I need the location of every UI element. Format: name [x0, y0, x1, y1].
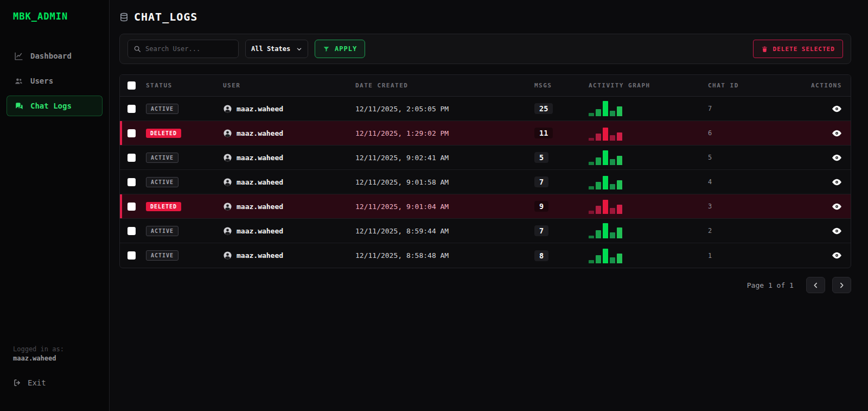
page-indicator: Page 1 of 1 [747, 281, 794, 289]
view-eye-icon[interactable] [832, 104, 842, 114]
user-circle-icon [223, 104, 232, 113]
activity-graph [589, 125, 622, 141]
msgs-count: 11 [534, 128, 553, 138]
chat-id: 1 [708, 252, 712, 260]
exit-button[interactable]: Exit [13, 378, 96, 387]
row-checkbox[interactable] [127, 154, 136, 162]
user-circle-icon [223, 202, 232, 211]
view-eye-icon[interactable] [832, 226, 842, 236]
chevron-down-icon [296, 46, 302, 52]
activity-bar [603, 200, 608, 214]
date-created: 12/11/2025, 9:01:04 AM [355, 203, 449, 211]
view-eye-icon[interactable] [832, 177, 842, 187]
date-created: 12/11/2025, 9:02:41 AM [355, 154, 449, 162]
activity-bar [596, 157, 601, 165]
search-input[interactable] [145, 45, 233, 53]
pagination: Page 1 of 1 [119, 277, 851, 293]
activity-bar [596, 109, 601, 116]
state-filter-select[interactable]: All States [245, 40, 308, 58]
select-all-checkbox[interactable] [127, 81, 136, 90]
activity-bar [589, 162, 594, 165]
logged-in-label: Logged in as: [13, 345, 96, 353]
logout-icon [13, 378, 22, 387]
table-row: DELETEDmaaz.waheed12/11/2025, 1:29:02 PM… [120, 121, 851, 146]
next-page-button[interactable] [832, 277, 851, 293]
activity-bar [589, 186, 594, 189]
activity-bar [617, 227, 622, 238]
delete-selected-label: DELETE SELECTED [773, 46, 835, 53]
chat-logs-table: STATUS USER DATE CREATED MSGS ACTIVITY G… [119, 74, 851, 268]
previous-page-button[interactable] [806, 277, 825, 293]
column-header-actions: ACTIONS [811, 82, 851, 89]
user-circle-icon [223, 226, 232, 236]
chat-id: 6 [708, 129, 712, 137]
user-name: maaz.waheed [237, 227, 283, 235]
filter-toolbar: All States APPLY DELETE SELECTED [119, 34, 851, 64]
activity-bar [617, 254, 622, 263]
activity-graph [589, 174, 622, 189]
user-name: maaz.waheed [237, 154, 283, 162]
activity-bar [589, 211, 594, 214]
msgs-count: 8 [534, 250, 548, 261]
activity-bar [589, 236, 594, 238]
activity-graph [589, 248, 622, 263]
user-circle-icon [223, 251, 232, 260]
state-filter-value: All States [251, 45, 290, 53]
row-checkbox[interactable] [127, 105, 136, 113]
sidebar-item-dashboard[interactable]: Dashboard [7, 46, 103, 66]
delete-selected-button[interactable]: DELETE SELECTED [753, 40, 843, 58]
sidebar-footer: Logged in as: maaz.waheed Exit [0, 333, 109, 411]
activity-bar [596, 255, 601, 263]
msgs-count: 7 [534, 176, 548, 187]
sidebar-item-label: Users [30, 77, 53, 85]
apply-label: APPLY [335, 45, 357, 53]
row-checkbox[interactable] [127, 178, 136, 186]
row-checkbox[interactable] [127, 203, 136, 211]
view-eye-icon[interactable] [832, 153, 842, 163]
apply-button[interactable]: APPLY [315, 40, 365, 58]
activity-bar [596, 182, 601, 189]
activity-bar [596, 206, 601, 214]
sidebar-nav: Dashboard Users Chat Logs [0, 46, 109, 116]
activity-bar [610, 135, 615, 141]
view-eye-icon[interactable] [832, 250, 842, 261]
chart-line-icon [14, 52, 23, 61]
activity-bar [617, 205, 622, 214]
activity-bar [617, 106, 622, 116]
status-badge: ACTIVE [146, 250, 178, 261]
row-checkbox[interactable] [127, 129, 136, 137]
activity-graph [589, 101, 622, 116]
activity-bar [603, 249, 608, 263]
sidebar-item-label: Chat Logs [30, 102, 72, 110]
page-title: CHAT_LOGS [134, 10, 197, 23]
status-badge: DELETED [146, 202, 181, 211]
date-created: 12/11/2025, 2:05:05 PM [355, 105, 449, 113]
user-name: maaz.waheed [237, 129, 283, 137]
activity-bar [617, 180, 622, 189]
users-icon [14, 77, 23, 86]
row-checkbox[interactable] [127, 251, 136, 260]
status-badge: DELETED [146, 129, 181, 138]
activity-graph [589, 199, 622, 214]
logged-in-user: maaz.waheed [13, 355, 96, 362]
chat-id: 3 [708, 203, 712, 210]
activity-bar [610, 184, 615, 189]
status-badge: ACTIVE [146, 153, 178, 163]
activity-graph [589, 223, 622, 238]
sidebar-item-users[interactable]: Users [7, 71, 103, 91]
msgs-count: 25 [534, 103, 553, 114]
msgs-count: 7 [534, 225, 548, 236]
date-created: 12/11/2025, 8:59:44 AM [355, 227, 449, 235]
view-eye-icon[interactable] [832, 201, 842, 212]
table-body: ACTIVEmaaz.waheed12/11/2025, 2:05:05 PM2… [120, 97, 851, 268]
database-icon [119, 12, 129, 22]
sidebar-item-chat-logs[interactable]: Chat Logs [7, 96, 103, 116]
search-box [127, 40, 239, 58]
table-row: ACTIVEmaaz.waheed12/11/2025, 8:58:48 AM8… [120, 243, 851, 268]
brand-logo: MBK_ADMIN [0, 0, 109, 22]
user-circle-icon [223, 129, 232, 138]
activity-bar [610, 159, 615, 165]
view-eye-icon[interactable] [832, 128, 842, 138]
row-checkbox[interactable] [127, 227, 136, 235]
trash-icon [761, 46, 768, 53]
